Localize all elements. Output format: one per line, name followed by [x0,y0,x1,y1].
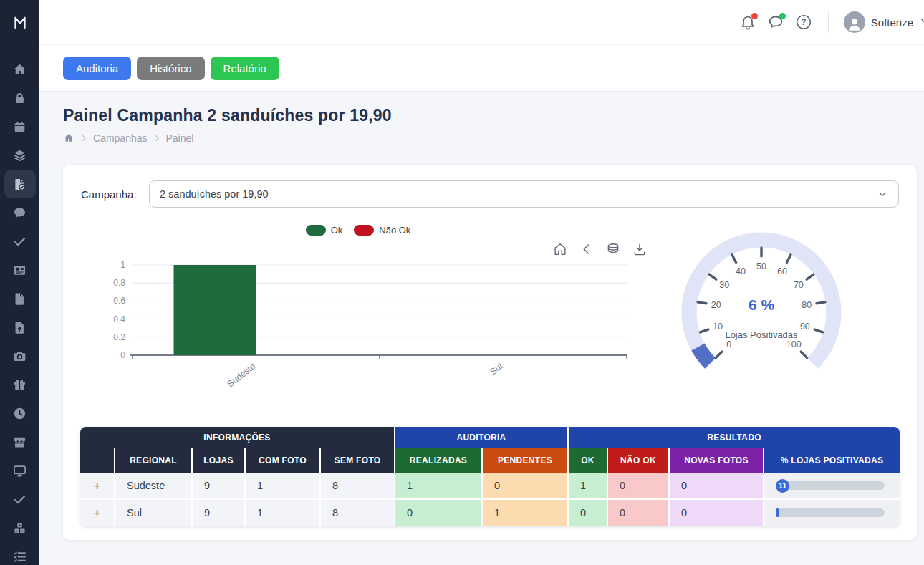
svg-text:1: 1 [120,260,125,270]
sidebar-item-file-upload[interactable] [4,313,36,342]
svg-text:90: 90 [800,322,810,332]
camera-icon [12,349,27,364]
table-cell: 0 [482,473,568,499]
table-cell: 0 [568,499,607,526]
svg-text:60: 60 [777,266,787,276]
sidebar-item-chat[interactable] [4,198,36,227]
sidebar-item-cubes[interactable] [4,513,36,542]
sidebar-item-layers[interactable] [4,141,36,170]
sidebar-item-check[interactable] [4,485,36,513]
progress-badge: 11 [776,479,789,493]
svg-text:Sudeste: Sudeste [226,361,258,389]
sidebar-item-clock[interactable] [4,399,36,428]
table-cell: 1 [245,473,320,499]
table-group-header: INFORMAÇÕES [80,427,395,448]
sidebar-item-monitor[interactable] [4,456,36,485]
action-button-auditoria[interactable]: Auditoria [63,57,131,80]
chevron-down-icon [877,188,888,200]
breadcrumb-home-icon[interactable] [63,132,74,144]
table-column-header: OK [568,448,607,473]
table-column-header: PENDENTES [482,448,568,473]
table-cell: 0 [607,499,669,526]
avatar [844,11,865,33]
sidebar-item-lock[interactable] [4,84,36,112]
svg-text:20: 20 [711,300,721,310]
dashboard-card: Campanha: 2 sanduíches por 19,90 OkNão O… [63,165,917,540]
sidebar-item-document-check[interactable] [4,170,36,198]
app-logo[interactable] [0,0,39,45]
table-column-header: NOVAS FOTOS [669,448,764,473]
sidebar-item-store[interactable] [4,428,36,456]
table-cell: 1 [482,499,568,526]
table-column-header: SEM FOTO [320,448,395,473]
sidebar-nav [0,45,39,565]
home-icon [12,62,27,77]
document-check-icon [12,177,27,192]
svg-text:70: 70 [794,280,804,290]
topbar: ? Softerize [39,0,924,45]
table-cell: 0 [669,473,764,499]
action-button-histórico[interactable]: Histórico [137,57,204,80]
sidebar-item-home[interactable] [4,55,36,84]
messages-button[interactable] [766,13,785,32]
table-cell: 1 [245,499,320,526]
legend-item[interactable]: Ok [306,225,343,236]
progress-track: 11 [776,481,885,490]
action-button-relatório[interactable]: Relatório [211,57,279,80]
legend-item[interactable]: Não Ok [354,225,410,236]
progress-fill [776,508,779,517]
table-cell: 1 [568,473,607,499]
campaign-select-value: 2 sanduíches por 19,90 [160,188,269,200]
user-menu[interactable]: Softerize [844,11,923,33]
notifications-button[interactable] [738,13,757,32]
sidebar-item-document[interactable] [4,284,36,313]
table-cell: 0 [669,499,764,526]
expand-row-button[interactable]: + [93,506,101,520]
breadcrumb-painel[interactable]: Painel [166,132,194,144]
sidebar-item-calendar[interactable] [4,112,36,141]
sidebar-item-newspaper[interactable] [4,256,36,284]
logo-m-icon [11,14,29,32]
chat-icon [12,206,27,221]
svg-text:30: 30 [719,280,729,290]
svg-text:10: 10 [713,322,723,332]
table-cell: 9 [192,499,245,526]
svg-text:100: 100 [786,339,802,349]
table-group-header: RESULTADO [568,427,900,448]
person-icon [845,14,864,33]
svg-text:0.4: 0.4 [113,314,125,324]
chart-download-icon[interactable] [631,241,648,258]
table-column-header: REGIONAL [115,448,192,473]
layers-icon [12,148,27,163]
expand-row-button[interactable]: + [93,479,101,493]
svg-text:0.8: 0.8 [113,278,125,288]
help-button[interactable]: ? [794,13,813,32]
message-badge [779,13,786,19]
page-title: Painel Campanha 2 sanduíches por 19,90 [63,106,924,125]
table-cell: 9 [192,473,245,499]
chevron-right-icon [80,134,88,143]
sidebar-item-check[interactable] [4,227,36,256]
sidebar-item-camera[interactable] [4,342,36,370]
topbar-divider [828,11,829,33]
svg-text:Sul: Sul [488,361,504,377]
checklist-icon [12,549,27,564]
document-icon [12,291,27,306]
sidebar-item-checklist[interactable] [4,542,36,565]
breadcrumb-campanhas[interactable]: Campanhas [93,132,148,144]
campaign-select[interactable]: 2 sanduíches por 19,90 [149,180,899,208]
expand-cell: + [80,499,115,526]
svg-text:6 %: 6 % [749,296,775,313]
sidebar-item-gift[interactable] [4,370,36,399]
svg-text:0: 0 [726,339,731,349]
svg-text:80: 80 [802,300,812,310]
svg-text:Lojas Positivadas: Lojas Positivadas [725,329,798,340]
file-upload-icon [12,320,27,335]
newspaper-icon [12,263,27,278]
table-column-header: LOJAS [192,448,245,473]
store-icon [12,435,27,450]
svg-text:?: ? [801,17,806,27]
table-cell: 8 [320,473,395,499]
clock-icon [12,406,27,421]
gift-icon [12,377,27,392]
